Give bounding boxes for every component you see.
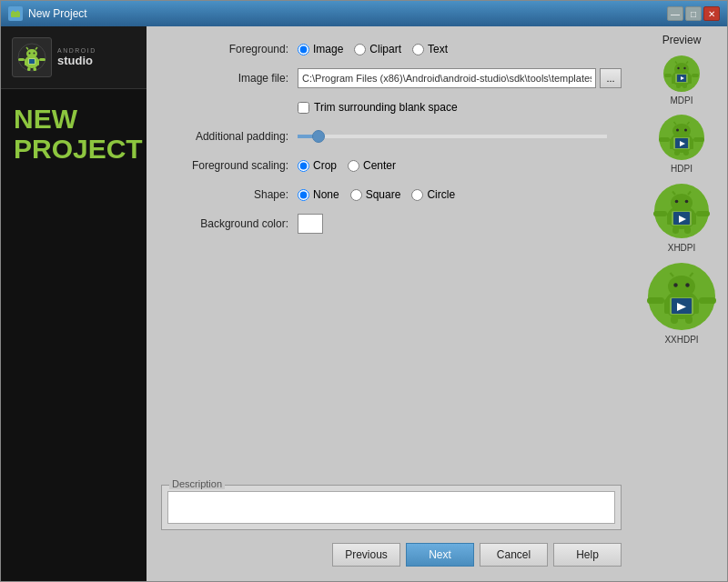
text-radio-option[interactable]: Text [412,43,448,55]
next-button[interactable]: Next [406,543,474,567]
svg-point-48 [671,194,693,212]
svg-point-35 [676,129,679,132]
new-project-window: New Project — □ ✕ [0,0,728,582]
color-swatch[interactable] [298,214,323,234]
maximize-button[interactable]: □ [685,6,702,21]
scaling-label: Foreground scaling: [161,159,298,172]
clipart-radio-label: Clipart [369,43,401,55]
svg-point-64 [685,283,689,286]
clipart-radio-option[interactable]: Clipart [354,43,401,55]
clipart-radio[interactable] [354,44,366,55]
cancel-button[interactable]: Cancel [480,543,548,567]
padding-slider-container [298,135,622,138]
file-input-group: ... [298,68,622,88]
svg-point-36 [684,129,687,132]
square-radio[interactable] [350,189,362,201]
previous-button[interactable]: Previous [332,543,400,567]
circle-radio[interactable] [411,189,423,201]
image-file-label: Image file: [161,72,298,85]
description-inner [167,491,615,524]
trim-checkbox[interactable] [298,102,309,114]
svg-rect-14 [34,67,37,71]
bg-color-label: Background color: [161,217,298,230]
svg-rect-55 [672,226,679,234]
svg-point-8 [34,53,35,55]
none-radio-label: None [313,188,339,201]
none-radio-option[interactable]: None [298,188,339,201]
new-project-banner: NEW PROJECT [1,89,147,581]
svg-rect-54 [696,211,710,216]
svg-rect-42 [683,150,689,156]
description-area: Description [161,485,622,530]
xxhdpi-icon [645,260,718,333]
mdpi-label: MDPI [671,95,693,105]
none-radio[interactable] [298,189,309,201]
svg-rect-11 [18,58,25,61]
svg-point-62 [668,276,695,297]
padding-slider[interactable] [298,135,607,138]
circle-radio-option[interactable]: Circle [411,188,455,201]
svg-rect-27 [676,84,681,88]
svg-point-22 [683,67,685,69]
minimize-button[interactable]: — [667,6,683,21]
foreground-label: Foreground: [161,43,298,55]
svg-rect-12 [39,58,46,61]
bg-color-row: Background color: [161,212,622,236]
svg-point-50 [685,200,689,204]
image-file-input[interactable] [298,68,596,88]
svg-rect-53 [653,211,667,216]
logo-text: ANDROID studio [57,47,96,67]
center-radio[interactable] [348,160,359,172]
svg-rect-40 [693,137,704,142]
close-button[interactable]: ✕ [703,6,720,21]
svg-point-1 [12,11,15,14]
description-legend: Description [169,478,225,489]
trim-checkbox-label[interactable]: Trim surrounding blank space [298,101,458,114]
svg-rect-69 [671,316,678,324]
browse-button[interactable]: ... [600,68,622,88]
svg-point-63 [673,283,677,286]
preview-panel: Preview [636,26,727,581]
bg-color-controls [298,214,622,234]
hdpi-icon [657,113,706,162]
padding-row: Additional padding: [161,125,622,148]
square-radio-option[interactable]: Square [350,188,401,201]
project-text: PROJECT [14,134,134,164]
text-radio[interactable] [412,44,424,55]
svg-rect-70 [685,316,693,324]
svg-point-49 [675,200,679,204]
text-radio-label: Text [428,43,448,55]
svg-point-6 [26,49,37,58]
sidebar: ANDROID studio NEW PROJECT [1,26,147,581]
help-button[interactable]: Help [553,543,622,567]
hdpi-label: HDPI [671,164,693,174]
studio-icon-box [12,37,52,77]
center-radio-label: Center [363,159,396,172]
shape-radio-group: None Square Circle [298,188,622,201]
title-bar: New Project — □ ✕ [1,1,727,26]
svg-rect-25 [664,74,672,77]
new-text: NEW [14,104,134,134]
svg-rect-56 [684,226,691,234]
scaling-radio-group: Crop Center [298,159,622,172]
image-radio[interactable] [298,44,309,55]
crop-radio[interactable] [298,160,309,172]
preview-xxhdpi: XXHDPI [645,260,718,345]
image-file-row: Image file: ... [161,66,622,90]
form-area: Foreground: Image Clipart Text [161,37,622,474]
svg-rect-68 [699,297,716,304]
android-label: ANDROID [57,47,96,54]
xhdpi-icon [652,181,712,241]
svg-point-7 [29,53,31,55]
image-radio-option[interactable]: Image [298,43,343,55]
preview-hdpi: HDPI [657,113,706,174]
title-controls: — □ ✕ [667,6,720,21]
xhdpi-label: XHDPI [668,243,696,253]
center-radio-option[interactable]: Center [348,159,396,172]
content-area: ANDROID studio NEW PROJECT Foreground: [1,26,727,581]
preview-mdpi: MDPI [662,54,702,105]
crop-radio-option[interactable]: Crop [298,159,337,172]
preview-xhdpi: XHDPI [652,181,712,253]
svg-rect-13 [27,67,31,71]
trim-label-text: Trim surrounding blank space [314,101,458,114]
